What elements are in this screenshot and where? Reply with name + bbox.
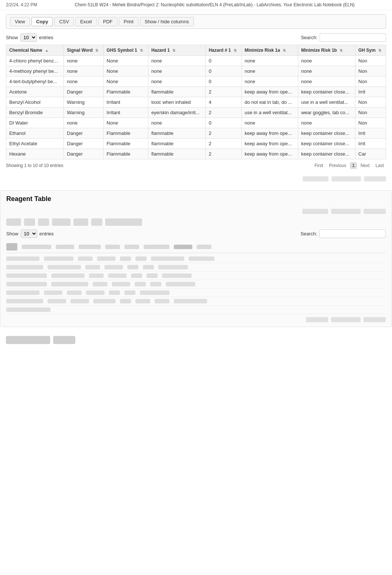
reagent-show-label: Show <box>6 231 18 237</box>
cell-gh-sym: Car <box>355 149 386 159</box>
cell-hazard1: eye/skin damage/irrit... <box>148 108 206 118</box>
cell-chemical-name: Hexane <box>6 149 64 159</box>
show-entries: Show 10 25 50 entries <box>6 33 54 42</box>
cell-signal-word: none <box>64 66 103 76</box>
sort-icon-hazardnum: ⇅ <box>234 48 237 52</box>
entries-select[interactable]: 10 25 50 <box>20 33 37 42</box>
cell-hazard1: flammable <box>148 149 206 159</box>
bottom-section <box>0 333 392 347</box>
table-row: 4-chloro phenyl benz...noneNonenone0none… <box>6 56 386 66</box>
cell-chemical-name: Benzyl Bromide <box>6 108 64 118</box>
cell-chemical-name: Ethyl Acetate <box>6 139 64 149</box>
col-gh-sym[interactable]: GH Sym ⇅ <box>355 45 386 56</box>
table-row: Ethyl AcetateDangerFlammableflammable2ke… <box>6 139 386 149</box>
excel-button[interactable]: Excel <box>75 17 97 26</box>
cell-hazard1: none <box>148 56 206 66</box>
cell-hazard-num: 2 <box>206 87 241 97</box>
sort-icon-ghsym: ⇅ <box>378 48 381 52</box>
cell-minimize-risk-1a: keep away from ope... <box>241 87 298 97</box>
csv-button[interactable]: CSV <box>54 17 74 26</box>
cell-hazard-num: 0 <box>206 66 241 76</box>
cell-hazard-num: 2 <box>206 139 241 149</box>
sort-icon-ghs: ⇅ <box>140 48 143 52</box>
cell-chemical-name: 4-methoxy phenyl be... <box>6 66 64 76</box>
search-box: Search: <box>301 33 386 42</box>
cell-gh-sym: Irrit <box>355 139 386 149</box>
cell-hazard-num: 2 <box>206 108 241 118</box>
cell-chemical-name: Acetone <box>6 87 64 97</box>
sort-icon-risk1a: ⇅ <box>283 48 286 52</box>
current-page[interactable]: 1 <box>350 162 357 169</box>
print-button[interactable]: Print <box>119 17 138 26</box>
cell-minimize-risk-1b: keep container close... <box>298 87 355 97</box>
cell-hazard1: none <box>148 76 206 87</box>
sort-icon-hazard1: ⇅ <box>172 48 175 52</box>
cell-ghs-symbol: Irritant <box>103 97 148 108</box>
first-section: View Copy CSV Excel PDF Print Show / hid… <box>0 10 392 173</box>
col-ghs-symbol[interactable]: GHS Symbol 1 ⇅ <box>103 45 148 56</box>
col-minimize-risk-1b[interactable]: Minimize Risk 1b ⇅ <box>298 45 355 56</box>
col-signal-word[interactable]: Signal Word ⇅ <box>64 45 103 56</box>
table-row: Benzyl BromideWarningIrritanteye/skin da… <box>6 108 386 118</box>
col-hazard1[interactable]: Hazard 1 ⇅ <box>148 45 206 56</box>
cell-chemical-name: 4-chloro phenyl benz... <box>6 56 64 66</box>
entries-label: entries <box>39 35 54 40</box>
reagent-blurred-row <box>6 297 386 306</box>
view-button[interactable]: View <box>10 17 30 26</box>
reagent-blurred-row <box>6 289 386 297</box>
show-label: Show <box>6 35 18 40</box>
toolbar: View Copy CSV Excel PDF Print Show / hid… <box>6 14 386 29</box>
cell-ghs-symbol: None <box>103 76 148 87</box>
col-chemical-name[interactable]: Chemical Name ▲ <box>6 45 64 56</box>
sort-icon-signal: ⇅ <box>95 48 98 52</box>
cell-gh-sym: Non <box>355 76 386 87</box>
cell-gh-sym: Non <box>355 118 386 128</box>
reagent-blurred-row <box>6 263 386 272</box>
page-title: Chem 51LB W24 - Mehek Bindra/Project 2: … <box>43 2 386 7</box>
cell-hazard-num: 0 <box>206 76 241 87</box>
datetime: 2/2/24, 4:22 PM <box>6 2 37 7</box>
top-bar: 2/2/24, 4:22 PM Chem 51LB W24 - Mehek Bi… <box>0 0 392 10</box>
cell-minimize-risk-1b: keep container close... <box>298 128 355 139</box>
reagent-blurred-row <box>6 306 386 314</box>
prev-page[interactable]: Previous <box>327 162 348 169</box>
reagent-search-box: Search: <box>300 229 386 238</box>
show-hide-button[interactable]: Show / hide columns <box>140 17 194 26</box>
reagent-entries-select[interactable]: 10 25 <box>21 229 37 238</box>
cell-hazard1: none <box>148 66 206 76</box>
cell-ghs-symbol: Irritant <box>103 108 148 118</box>
reagent-blurred-rows <box>6 255 386 314</box>
cell-hazard-num: 4 <box>206 97 241 108</box>
reagent-table-controls: Show 10 25 entries Search: <box>6 229 386 238</box>
sort-icon-chemical: ▲ <box>45 48 49 52</box>
cell-minimize-risk-1b: keep container close... <box>298 139 355 149</box>
cell-gh-sym: Irrit <box>355 128 386 139</box>
cell-ghs-symbol: None <box>103 56 148 66</box>
cell-hazard-num: 0 <box>206 118 241 128</box>
cell-hazard1: toxic when inhaled <box>148 97 206 108</box>
cell-minimize-risk-1a: none <box>241 118 298 128</box>
cell-minimize-risk-1a: none <box>241 76 298 87</box>
reagent-blurred-row <box>6 280 386 289</box>
copy-button[interactable]: Copy <box>31 17 53 26</box>
table-row: AcetoneDangerFlammableflammable2keep awa… <box>6 87 386 97</box>
cell-ghs-symbol: Flammable <box>103 87 148 97</box>
first-page[interactable]: First <box>312 162 325 169</box>
table-row: 4-tert-butylphenyl be...noneNonenone0non… <box>6 76 386 87</box>
cell-minimize-risk-1b: none <box>298 66 355 76</box>
next-page[interactable]: Next <box>358 162 372 169</box>
reagent-search-input[interactable] <box>319 229 386 238</box>
col-minimize-risk-1a[interactable]: Minimize Risk 1a ⇅ <box>241 45 298 56</box>
last-page[interactable]: Last <box>373 162 386 169</box>
search-input[interactable] <box>320 33 386 42</box>
table-row: Benzyl AlcoholWarningIrritanttoxic when … <box>6 97 386 108</box>
pdf-button[interactable]: PDF <box>98 17 117 26</box>
cell-signal-word: Danger <box>64 128 103 139</box>
cell-minimize-risk-1a: do not eat in lab, do ... <box>241 97 298 108</box>
reagent-blurred-header <box>6 241 386 253</box>
cell-ghs-symbol: Flammable <box>103 128 148 139</box>
reagent-title: Reagent Table <box>6 195 386 203</box>
cell-signal-word: Danger <box>64 149 103 159</box>
col-hazard-num[interactable]: Hazard # 1 ⇅ <box>206 45 241 56</box>
reagent-entries-label: entries <box>39 231 54 237</box>
